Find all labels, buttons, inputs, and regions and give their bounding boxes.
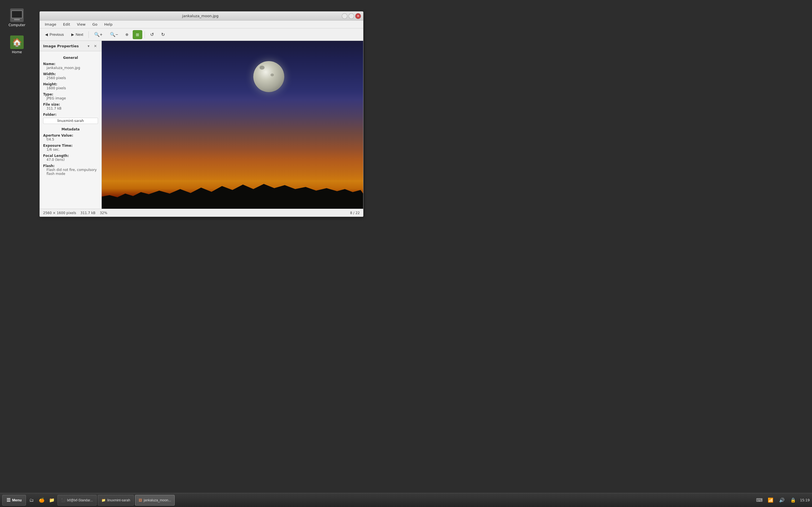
next-label: Next [76, 33, 84, 37]
previous-button[interactable]: ◀ Previous [42, 30, 67, 39]
viewer-icon: 🖼 [139, 498, 142, 502]
maximize-button[interactable]: □ [348, 13, 354, 19]
menu-image[interactable]: Image [42, 21, 59, 27]
menu-bar: Image Edit View Go Help [40, 20, 363, 29]
focal-value: 47.0 (lens) [47, 158, 98, 162]
moon-object [253, 61, 284, 92]
taskbar-folder-icon[interactable]: 📁 [47, 496, 56, 505]
status-zoom-value: 32% [100, 211, 107, 215]
filesize-label: File size: [43, 103, 98, 107]
volume-icon[interactable]: 🔊 [777, 496, 787, 505]
status-size-value: 311.7 kB [80, 211, 96, 215]
name-value: jankaluza_moon.jpg [47, 66, 98, 70]
image-display [102, 41, 363, 209]
clock: 15:19 [800, 498, 810, 502]
aperture-label: Aperture Value: [43, 133, 98, 137]
name-label: Name: [43, 62, 98, 66]
flash-label: Flash: [43, 164, 98, 168]
filesize-value: 311.7 kB [47, 107, 98, 110]
image-properties-sidebar: Image Properties ▾ ✕ General Name: janka… [40, 41, 102, 209]
status-dim-value: 2560 × 1600 pixels [43, 211, 76, 215]
terminal-label: lxf@lxf-Standar... [67, 498, 93, 502]
toolbar-sep-2 [145, 31, 145, 38]
width-value: 2560 pixels [47, 76, 98, 80]
terminal-icon: ⬛ [61, 498, 65, 502]
width-label: Width: [43, 72, 98, 76]
home-desktop-icon[interactable]: 🏠 Home [6, 36, 28, 54]
folder-label: Folder: [43, 113, 98, 117]
next-button[interactable]: ▶ Next [68, 30, 87, 39]
computer-desktop-icon[interactable]: Computer [6, 8, 28, 27]
app-window: jankaluza_moon.jpg ─ □ ✕ Image Edit View… [40, 11, 364, 217]
fit-window-button[interactable]: ⊞ [133, 30, 142, 39]
menu-help[interactable]: Help [101, 21, 115, 27]
type-label: Type: [43, 93, 98, 96]
system-tray: ⌨ 📶 🔊 🔒 15:19 [755, 496, 810, 505]
rotate-ccw-button[interactable]: ↺ [147, 30, 157, 39]
sidebar-title: Image Properties [43, 44, 78, 48]
desktop-icons: Computer 🏠 Home [6, 8, 28, 54]
rotate-cw-icon: ↻ [161, 32, 165, 37]
security-icon[interactable]: 🔒 [789, 496, 798, 505]
taskbar-folder-item[interactable]: 📁 linuxmint-sarah [98, 495, 134, 506]
network-icon[interactable]: 📶 [766, 496, 775, 505]
status-bar: 2560 × 1600 pixels 311.7 kB 32% 8 / 22 [40, 209, 363, 217]
sidebar-collapse-button[interactable]: ▾ [86, 43, 91, 49]
zoom-fit-button[interactable]: ⊕ [122, 30, 131, 39]
folder-label: linuxmint-sarah [107, 498, 130, 502]
sidebar-header: Image Properties ▾ ✕ [40, 41, 101, 51]
height-label: Height: [43, 82, 98, 86]
taskbar-apps-icon[interactable]: 🍊 [37, 496, 46, 505]
sky-background [102, 41, 363, 209]
taskbar-terminal-item[interactable]: ⬛ lxf@lxf-Standar... [57, 495, 97, 506]
home-label: Home [12, 50, 22, 54]
menu-view[interactable]: View [74, 21, 89, 27]
menu-button[interactable]: ☰ Menu [2, 495, 26, 506]
zoom-in-button[interactable]: 🔍+ [91, 30, 105, 39]
prev-arrow-icon: ◀ [45, 33, 48, 37]
toolbar: ◀ Previous ▶ Next 🔍+ 🔍− ⊕ ⊞ ↺ [40, 29, 363, 41]
flash-value: Flash did not fire, compulsory flash mod… [47, 168, 98, 176]
exposure-label: Exposure Time: [43, 144, 98, 148]
next-arrow-icon: ▶ [71, 33, 74, 37]
zoom-fit-icon: ⊕ [125, 33, 128, 37]
computer-icon [10, 8, 24, 22]
fit-window-icon: ⊞ [136, 33, 139, 37]
moon-photo [102, 41, 363, 209]
keyboard-icon[interactable]: ⌨ [755, 496, 764, 505]
sidebar-close-button[interactable]: ✕ [93, 43, 98, 49]
folder-value: linuxmint-sarah [43, 118, 98, 124]
rotate-ccw-icon: ↺ [150, 32, 154, 37]
rotate-cw-button[interactable]: ↻ [158, 30, 168, 39]
sidebar-controls: ▾ ✕ [86, 43, 98, 49]
taskbar: ☰ Menu 🗂 🍊 📁 ⬛ lxf@lxf-Standar... 📁 linu… [0, 493, 812, 507]
type-value: JPEG image [47, 96, 98, 100]
close-button[interactable]: ✕ [355, 13, 361, 19]
menu-edit[interactable]: Edit [60, 21, 73, 27]
general-section-title: General [43, 56, 98, 60]
zoom-out-button[interactable]: 🔍− [107, 30, 121, 39]
zoom-in-icon: 🔍+ [94, 32, 102, 37]
taskbar-files-icon[interactable]: 🗂 [27, 496, 36, 505]
focal-label: Focal Length: [43, 154, 98, 158]
viewer-label: jankaluza_moon... [144, 498, 171, 502]
title-bar: jankaluza_moon.jpg ─ □ ✕ [40, 11, 363, 20]
folder-taskbar-icon: 📁 [101, 498, 106, 502]
prev-label: Previous [50, 33, 64, 37]
content-area: Image Properties ▾ ✕ General Name: janka… [40, 41, 363, 209]
home-icon: 🏠 [10, 36, 24, 49]
minimize-button[interactable]: ─ [342, 13, 347, 19]
menu-icon: ☰ [6, 497, 10, 503]
taskbar-viewer-item[interactable]: 🖼 jankaluza_moon... [135, 495, 175, 506]
exposure-value: 1/6 sec. [47, 148, 98, 152]
computer-label: Computer [8, 23, 25, 27]
window-controls: ─ □ ✕ [342, 13, 361, 19]
status-position: 8 / 22 [350, 211, 360, 215]
height-value: 1600 pixels [47, 86, 98, 90]
window-title: jankaluza_moon.jpg [59, 14, 342, 18]
menu-go[interactable]: Go [90, 21, 100, 27]
metadata-section-title: Metadata [43, 127, 98, 131]
status-dimensions: 2560 × 1600 pixels 311.7 kB 32% [43, 211, 107, 215]
menu-label: Menu [12, 498, 22, 502]
sidebar-content: General Name: jankaluza_moon.jpg Width: … [40, 51, 101, 179]
